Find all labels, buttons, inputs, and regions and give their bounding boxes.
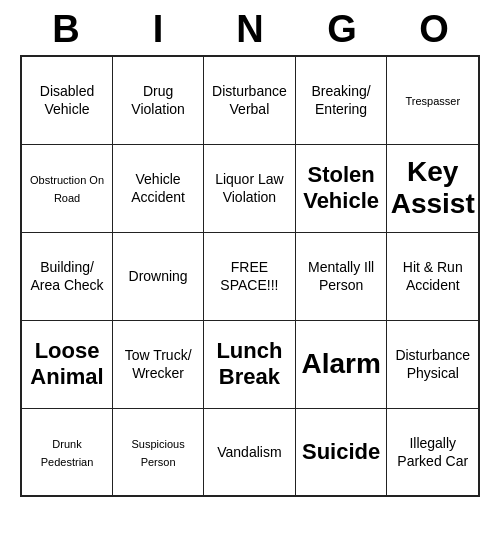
bingo-letter: N <box>206 8 294 51</box>
cell-2-0: Building/ Area Check <box>21 232 113 320</box>
cell-2-3: Mentally Ill Person <box>295 232 387 320</box>
cell-0-4: Trespasser <box>387 56 479 144</box>
cell-text: Tow Truck/ Wrecker <box>125 347 192 381</box>
cell-text: Breaking/ Entering <box>312 83 371 117</box>
cell-1-2: Liquor Law Violation <box>204 144 296 232</box>
cell-text: Key Assist <box>391 156 475 219</box>
cell-text: Vandalism <box>217 444 281 460</box>
cell-1-3: Stolen Vehicle <box>295 144 387 232</box>
cell-1-0: Obstruction On Road <box>21 144 113 232</box>
cell-2-4: Hit & Run Accident <box>387 232 479 320</box>
cell-4-0: Drunk Pedestrian <box>21 408 113 496</box>
cell-text: Drug Violation <box>131 83 184 117</box>
cell-text: Liquor Law Violation <box>215 171 284 205</box>
cell-text: Disabled Vehicle <box>40 83 94 117</box>
cell-text: Obstruction On Road <box>30 174 104 204</box>
cell-4-1: Suspicious Person <box>113 408 204 496</box>
cell-text: Hit & Run Accident <box>403 259 463 293</box>
cell-3-3: Alarm <box>295 320 387 408</box>
cell-text: Alarm <box>301 348 380 379</box>
cell-text: Drowning <box>129 268 188 284</box>
cell-4-3: Suicide <box>295 408 387 496</box>
cell-0-0: Disabled Vehicle <box>21 56 113 144</box>
cell-3-4: Disturbance Physical <box>387 320 479 408</box>
cell-3-0: Loose Animal <box>21 320 113 408</box>
cell-0-3: Breaking/ Entering <box>295 56 387 144</box>
cell-1-4: Key Assist <box>387 144 479 232</box>
cell-3-1: Tow Truck/ Wrecker <box>113 320 204 408</box>
cell-text: Illegally Parked Car <box>397 435 468 469</box>
cell-4-4: Illegally Parked Car <box>387 408 479 496</box>
bingo-letter: G <box>298 8 386 51</box>
cell-text: Suspicious Person <box>131 438 184 468</box>
bingo-letter: B <box>22 8 110 51</box>
cell-3-2: Lunch Break <box>204 320 296 408</box>
cell-0-1: Drug Violation <box>113 56 204 144</box>
cell-0-2: Disturbance Verbal <box>204 56 296 144</box>
bingo-letter: O <box>390 8 478 51</box>
cell-text: Disturbance Physical <box>395 347 470 381</box>
bingo-grid: Disabled VehicleDrug ViolationDisturbanc… <box>20 55 480 497</box>
cell-text: Trespasser <box>405 95 460 107</box>
cell-4-2: Vandalism <box>204 408 296 496</box>
bingo-letter: I <box>114 8 202 51</box>
cell-2-2: FREE SPACE!!! <box>204 232 296 320</box>
cell-text: Vehicle Accident <box>131 171 185 205</box>
cell-2-1: Drowning <box>113 232 204 320</box>
cell-text: Stolen Vehicle <box>303 162 379 213</box>
cell-text: Mentally Ill Person <box>308 259 374 293</box>
cell-text: Drunk Pedestrian <box>41 438 94 468</box>
bingo-header: BINGO <box>20 0 480 55</box>
cell-text: FREE SPACE!!! <box>220 259 278 293</box>
cell-1-1: Vehicle Accident <box>113 144 204 232</box>
cell-text: Lunch Break <box>216 338 282 389</box>
cell-text: Loose Animal <box>30 338 103 389</box>
cell-text: Building/ Area Check <box>30 259 103 293</box>
cell-text: Disturbance Verbal <box>212 83 287 117</box>
cell-text: Suicide <box>302 439 380 464</box>
